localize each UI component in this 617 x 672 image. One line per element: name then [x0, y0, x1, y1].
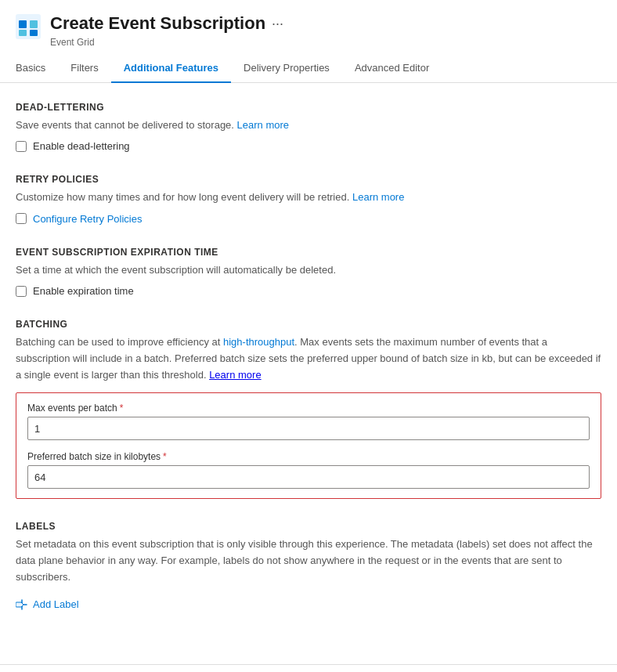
tabs-nav: Basics Filters Additional Features Deliv…: [0, 54, 617, 83]
event-grid-icon: [16, 14, 41, 39]
retry-policies-checkbox-row: Configure Retry Policies: [16, 213, 601, 225]
footer-divider: [0, 664, 617, 665]
expiration-checkbox-row: Enable expiration time: [16, 285, 601, 297]
main-content: DEAD-LETTERING Save events that cannot b…: [0, 83, 617, 664]
header-text: Create Event Subscription ··· Event Grid: [50, 13, 283, 48]
max-events-label: Max events per batch *: [27, 403, 590, 414]
svg-rect-1: [19, 20, 27, 28]
dead-lettering-checkbox[interactable]: [16, 141, 27, 152]
dead-lettering-learn-more[interactable]: Learn more: [237, 119, 289, 131]
batching-desc-text: Batching can be used to improve efficien…: [16, 336, 601, 381]
retry-policies-title: RETRY POLICIES: [16, 174, 601, 185]
svg-rect-2: [30, 20, 38, 28]
batching-desc: Batching can be used to improve efficien…: [16, 334, 601, 383]
svg-rect-3: [19, 30, 27, 36]
expiration-section: EVENT SUBSCRIPTION EXPIRATION TIME Set a…: [16, 247, 601, 298]
add-label-text: Add Label: [33, 598, 79, 610]
expiration-checkbox[interactable]: [16, 286, 27, 297]
batching-high-throughput: high-throughput: [223, 336, 294, 348]
retry-policies-section: RETRY POLICIES Customize how many times …: [16, 174, 601, 225]
expiration-title: EVENT SUBSCRIPTION EXPIRATION TIME: [16, 247, 601, 258]
expiration-desc: Set a time at which the event subscripti…: [16, 262, 601, 278]
svg-rect-4: [30, 30, 38, 36]
page-title: Create Event Subscription: [50, 13, 265, 35]
dead-lettering-section: DEAD-LETTERING Save events that cannot b…: [16, 102, 601, 153]
retry-policies-learn-more[interactable]: Learn more: [352, 191, 404, 203]
expiration-desc-text: Set a time at which the event subscripti…: [16, 264, 336, 276]
dead-lettering-desc: Save events that cannot be delivered to …: [16, 117, 601, 133]
labels-section: LABELS Set metadata on this event subscr…: [16, 521, 601, 613]
batching-fields-container: Max events per batch * Preferred batch s…: [16, 392, 601, 499]
tab-additional-features[interactable]: Additional Features: [111, 54, 231, 83]
dead-lettering-desc-text: Save events that cannot be delivered to …: [16, 119, 234, 131]
batch-size-input[interactable]: [27, 465, 590, 489]
dead-lettering-title: DEAD-LETTERING: [16, 102, 601, 113]
retry-policies-desc: Customize how many times and for how lon…: [16, 190, 601, 205]
max-events-field-group: Max events per batch *: [27, 403, 590, 440]
tab-basics[interactable]: Basics: [16, 54, 58, 83]
more-options-button[interactable]: ···: [272, 16, 283, 32]
batching-learn-more[interactable]: Learn more: [209, 369, 261, 381]
dead-lettering-checkbox-row: Enable dead-lettering: [16, 140, 601, 152]
batch-size-label: Preferred batch size in kilobytes *: [27, 451, 590, 462]
expiration-checkbox-label[interactable]: Enable expiration time: [33, 285, 134, 297]
retry-policies-checkbox[interactable]: [16, 213, 27, 224]
svg-rect-5: [16, 602, 22, 607]
add-label-button[interactable]: Add Label: [16, 595, 79, 614]
max-events-input[interactable]: [27, 417, 590, 440]
page-header: Create Event Subscription ··· Event Grid: [0, 0, 617, 54]
tab-delivery-properties[interactable]: Delivery Properties: [231, 54, 342, 83]
page-subtitle: Event Grid: [50, 37, 283, 48]
retry-policies-checkbox-label[interactable]: Configure Retry Policies: [33, 213, 142, 225]
tab-filters[interactable]: Filters: [58, 54, 110, 83]
batch-size-field-group: Preferred batch size in kilobytes *: [27, 451, 590, 489]
batching-title: BATCHING: [16, 319, 601, 330]
dead-lettering-checkbox-label[interactable]: Enable dead-lettering: [33, 140, 130, 152]
batching-section: BATCHING Batching can be used to improve…: [16, 319, 601, 499]
add-label-icon: [16, 598, 28, 611]
labels-title: LABELS: [16, 521, 601, 532]
retry-policies-desc-text: Customize how many times and for how lon…: [16, 191, 349, 203]
tab-advanced-editor[interactable]: Advanced Editor: [342, 54, 442, 83]
labels-desc: Set metadata on this event subscription …: [16, 537, 601, 585]
